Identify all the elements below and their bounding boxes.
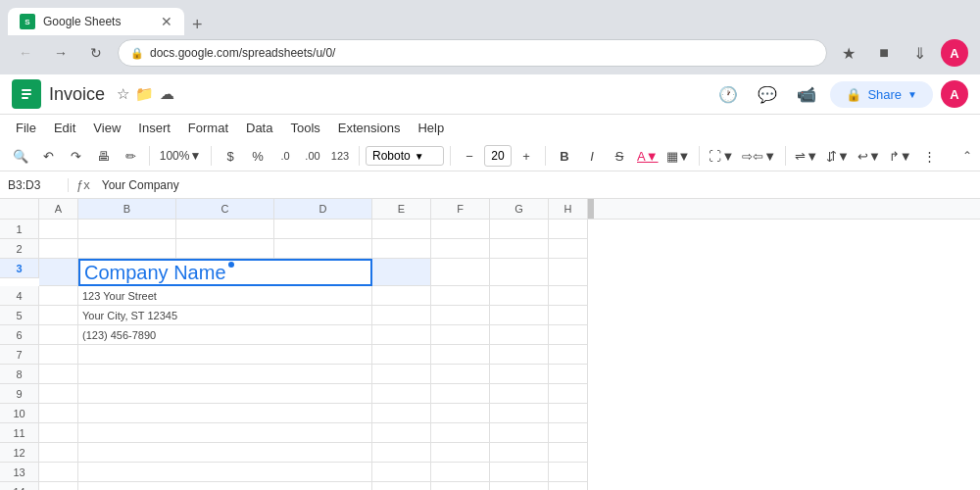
cell-f2[interactable] — [431, 239, 490, 259]
cell-e6[interactable] — [372, 325, 431, 345]
font-size-decrease[interactable]: − — [457, 143, 482, 169]
cell-h11[interactable] — [549, 423, 588, 443]
cloud-icon[interactable]: ☁ — [160, 85, 174, 103]
forward-button[interactable]: → — [47, 39, 74, 67]
row-number[interactable]: 8 — [0, 365, 39, 384]
valign-button[interactable]: ⇵▼ — [823, 143, 853, 169]
font-size-increase[interactable]: + — [514, 143, 539, 169]
collapse-toolbar-button[interactable]: ⌃ — [962, 149, 972, 163]
cell-a6[interactable] — [39, 325, 78, 345]
col-header-a[interactable]: A — [39, 199, 78, 219]
cell-c1[interactable] — [176, 220, 274, 239]
menu-format[interactable]: Format — [180, 117, 236, 139]
cell-b1[interactable] — [78, 220, 176, 239]
cell-e10[interactable] — [372, 404, 431, 423]
cell-b4[interactable]: 123 Your Street — [78, 286, 372, 306]
cell-b12[interactable] — [78, 443, 372, 463]
cell-e7[interactable] — [372, 345, 431, 365]
cell-b11[interactable] — [78, 423, 372, 443]
cell-a12[interactable] — [39, 443, 78, 463]
bold-button[interactable]: B — [552, 143, 577, 169]
row-number[interactable]: 2 — [0, 239, 39, 259]
cell-g1[interactable] — [490, 220, 549, 239]
cell-f14[interactable] — [431, 482, 490, 490]
history-button[interactable]: 🕐 — [712, 78, 744, 110]
cell-a9[interactable] — [39, 384, 78, 404]
cell-a3[interactable] — [39, 259, 78, 286]
col-header-d[interactable]: D — [274, 199, 372, 219]
paint-format-button[interactable]: ✏ — [118, 143, 143, 169]
cell-b6[interactable]: (123) 456-7890 — [78, 325, 372, 345]
cell-b10[interactable] — [78, 404, 372, 423]
cell-h10[interactable] — [549, 404, 588, 423]
user-avatar[interactable]: A — [941, 39, 968, 67]
print-button[interactable]: 🖶 — [90, 143, 116, 169]
col-header-e[interactable]: E — [372, 199, 431, 219]
text-wrap-button[interactable]: ↩▼ — [855, 143, 884, 169]
row-number[interactable]: 11 — [0, 423, 39, 443]
cell-e11[interactable] — [372, 423, 431, 443]
decimal-dec-button[interactable]: .0 — [272, 143, 298, 169]
decimal-inc-button[interactable]: .00 — [300, 143, 325, 169]
cell-g5[interactable] — [490, 306, 549, 325]
cell-h7[interactable] — [549, 345, 588, 365]
cell-e1[interactable] — [372, 220, 431, 239]
currency-button[interactable]: $ — [218, 143, 243, 169]
cell-f1[interactable] — [431, 220, 490, 239]
cell-a4[interactable] — [39, 286, 78, 306]
percent-button[interactable]: % — [245, 143, 270, 169]
cell-e4[interactable] — [372, 286, 431, 306]
cell-f12[interactable] — [431, 443, 490, 463]
cell-e13[interactable] — [372, 463, 431, 482]
cell-a5[interactable] — [39, 306, 78, 325]
col-resize-handle[interactable] — [588, 199, 594, 219]
cell-h6[interactable] — [549, 325, 588, 345]
borders-button[interactable]: ⛶▼ — [706, 143, 737, 169]
cell-e14[interactable] — [372, 482, 431, 490]
reload-button[interactable]: ↻ — [82, 39, 110, 67]
cell-h9[interactable] — [549, 384, 588, 404]
cell-e2[interactable] — [372, 239, 431, 259]
star-icon[interactable]: ☆ — [117, 85, 129, 103]
cell-h14[interactable] — [549, 482, 588, 490]
menu-view[interactable]: View — [85, 117, 128, 139]
cell-d2[interactable] — [274, 239, 372, 259]
cell-b2[interactable] — [78, 239, 176, 259]
cell-h3[interactable] — [549, 259, 588, 286]
cell-b5[interactable]: Your City, ST 12345 — [78, 306, 372, 325]
cell-e12[interactable] — [372, 443, 431, 463]
cell-a11[interactable] — [39, 423, 78, 443]
cell-h8[interactable] — [549, 365, 588, 384]
row-number[interactable]: 7 — [0, 345, 39, 365]
row-number[interactable]: 5 — [0, 306, 39, 325]
row-number[interactable]: 12 — [0, 443, 39, 463]
cell-g11[interactable] — [490, 423, 549, 443]
row-number[interactable]: 6 — [0, 325, 39, 345]
col-header-g[interactable]: G — [490, 199, 549, 219]
cell-reference[interactable]: B3:D3 — [0, 178, 69, 192]
back-button[interactable]: ← — [12, 39, 39, 67]
cell-g12[interactable] — [490, 443, 549, 463]
cell-b8[interactable] — [78, 365, 372, 384]
cell-g6[interactable] — [490, 325, 549, 345]
new-tab-button[interactable]: + — [184, 15, 211, 35]
cell-e8[interactable] — [372, 365, 431, 384]
col-header-c[interactable]: C — [176, 199, 274, 219]
tab-close-button[interactable]: ✕ — [161, 14, 172, 29]
cell-e5[interactable] — [372, 306, 431, 325]
download-button[interactable]: ⇓ — [906, 39, 933, 67]
menu-insert[interactable]: Insert — [130, 117, 178, 139]
cell-b7[interactable] — [78, 345, 372, 365]
cell-b13[interactable] — [78, 463, 372, 482]
col-header-f[interactable]: F — [431, 199, 490, 219]
cell-f11[interactable] — [431, 423, 490, 443]
menu-data[interactable]: Data — [238, 117, 280, 139]
fill-color-button[interactable]: ▦▼ — [663, 143, 694, 169]
align-button[interactable]: ⇌▼ — [792, 143, 821, 169]
menu-file[interactable]: File — [8, 117, 44, 139]
cell-g4[interactable] — [490, 286, 549, 306]
font-size-input[interactable] — [484, 145, 512, 167]
strikethrough-button[interactable]: S — [607, 143, 632, 169]
cell-h5[interactable] — [549, 306, 588, 325]
cell-g14[interactable] — [490, 482, 549, 490]
